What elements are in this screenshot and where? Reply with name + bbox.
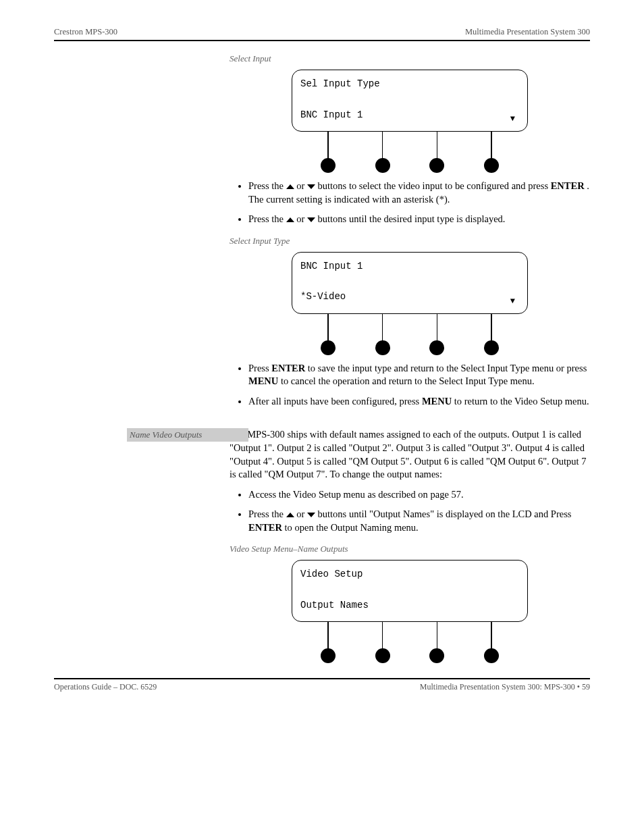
text: to save the input type and return to the… <box>308 363 587 373</box>
footer-rule <box>54 678 590 679</box>
lcd-button-dot <box>375 621 390 663</box>
lcd-button-dot <box>321 313 336 355</box>
lcd-caption: Video Setup Menu–Name Outputs <box>230 544 590 554</box>
bold-text: MENU <box>248 375 278 386</box>
lcd-button-dot <box>321 621 336 663</box>
header-right: Multimedia Presentation System 300 <box>465 27 590 37</box>
bold-text: ENTER <box>551 180 585 191</box>
down-triangle-icon <box>307 217 315 222</box>
header-rule <box>54 40 590 41</box>
lcd-diagram-select-input-type: BNC Input 1 *S-Video ▼ <box>230 252 590 355</box>
lcd-button-dot <box>429 313 444 355</box>
lcd-button-dot <box>429 130 444 173</box>
instruction-list: Press the or buttons to select the video… <box>230 180 590 226</box>
lcd-button-dot <box>484 313 499 355</box>
lcd-caption: Select Input <box>230 53 590 64</box>
lcd-buttons-row <box>321 313 499 355</box>
text: Press the <box>248 213 286 224</box>
bold-text: ENTER <box>248 522 282 533</box>
footer-left: Operations Guide – DOC. 6529 <box>54 682 157 692</box>
lcd-line-1: Video Setup <box>300 569 519 581</box>
down-arrow-icon: ▼ <box>510 296 515 307</box>
lcd-caption: Select Input Type <box>230 236 590 246</box>
text: or <box>296 509 307 519</box>
lcd-button-dot <box>484 621 499 663</box>
lcd-button-dot <box>484 130 499 173</box>
up-triangle-icon <box>286 513 294 517</box>
lcd-screen: BNC Input 1 *S-Video ▼ <box>292 252 528 314</box>
lcd-line-1: Sel Input Type <box>300 78 519 90</box>
text: or <box>296 213 307 224</box>
down-arrow-icon: ▼ <box>510 114 515 124</box>
text: After all inputs have been configured, p… <box>248 396 422 407</box>
text: Press the <box>248 509 286 519</box>
lcd-button-dot <box>375 130 390 173</box>
instruction-list: Press ENTER to save the input type and r… <box>230 362 590 409</box>
lcd-diagram-output-names: Video Setup Output Names <box>230 560 590 663</box>
instruction-item: Press ENTER to save the input type and r… <box>248 362 590 388</box>
lcd-line-2: BNC Input 1 <box>300 109 519 122</box>
text: to return to the Video Setup menu. <box>454 396 589 407</box>
instruction-item: Press the or buttons until "Output Names… <box>248 508 590 534</box>
page-footer: Operations Guide – DOC. 6529 Multimedia … <box>54 682 590 692</box>
text: or <box>296 180 307 191</box>
page-header: Crestron MPS-300 Multimedia Presentation… <box>54 27 590 37</box>
lcd-buttons-row <box>321 621 499 663</box>
lcd-line-2: Output Names <box>300 600 519 612</box>
text: to cancel the operation and return to th… <box>281 375 535 386</box>
lcd-screen: Sel Input Type BNC Input 1 ▼ <box>292 70 528 132</box>
down-triangle-icon <box>307 513 315 517</box>
text: Press the <box>248 180 286 191</box>
bold-text: MENU <box>422 396 452 407</box>
up-triangle-icon <box>286 184 294 189</box>
instruction-item: After all inputs have been configured, p… <box>248 395 590 409</box>
lcd-button-dot <box>429 621 444 663</box>
lcd-button-dot <box>375 313 390 355</box>
lcd-diagram-select-input: Sel Input Type BNC Input 1 ▼ <box>230 70 590 173</box>
instruction-item: Press the or buttons until the desired i… <box>248 213 590 226</box>
lcd-button-dot <box>321 130 336 173</box>
text: Press <box>248 363 271 373</box>
lcd-buttons-row <box>321 130 499 173</box>
text: buttons to select the video input to be … <box>318 180 551 191</box>
instruction-item: Press the or buttons to select the video… <box>248 180 590 206</box>
text: buttons until "Output Names" is displaye… <box>318 509 572 519</box>
name-video-outputs-section: Name Video Outputs The MPS-300 ships wit… <box>54 428 590 663</box>
up-triangle-icon <box>286 217 294 222</box>
lcd-screen: Video Setup Output Names <box>292 560 528 622</box>
text: to open the Output Naming menu. <box>285 522 419 533</box>
lcd-line-1: BNC Input 1 <box>300 261 519 273</box>
footer-right: Multimedia Presentation System 300: MPS-… <box>420 682 590 692</box>
instruction-item: Access the Video Setup menu as described… <box>248 488 590 502</box>
sidebar-label-name-video-outputs: Name Video Outputs <box>127 428 248 442</box>
down-triangle-icon <box>307 184 315 189</box>
text: buttons until the desired input type is … <box>318 213 506 224</box>
bold-text: ENTER <box>271 363 305 373</box>
header-left: Crestron MPS-300 <box>54 27 117 37</box>
instruction-list: Access the Video Setup menu as described… <box>230 488 590 535</box>
paragraph: The MPS-300 ships with default names ass… <box>230 428 590 481</box>
lcd-line-2: *S-Video <box>300 291 519 303</box>
